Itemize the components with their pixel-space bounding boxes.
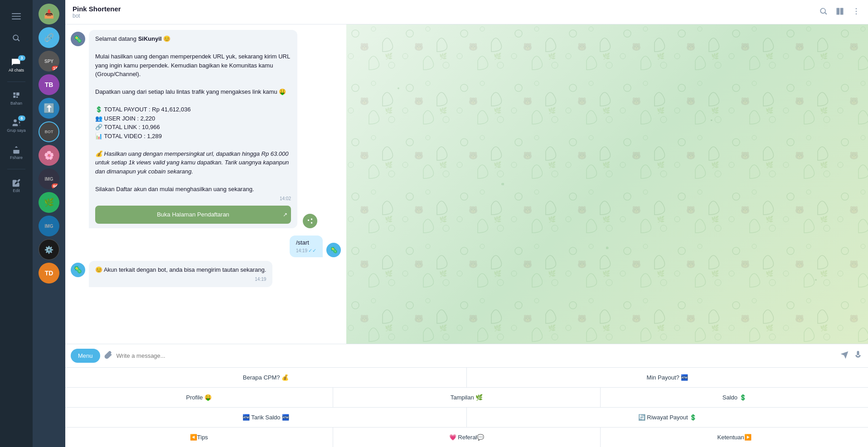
input-area: Menu Berapa CPM? 💰 Min Payout? 🏧 bbox=[65, 344, 868, 447]
chat-avatar-2[interactable]: 🔗 bbox=[39, 27, 59, 48]
header-more-button[interactable] bbox=[852, 7, 861, 18]
chat-wallpaper: 🐻 🌿 bbox=[346, 24, 868, 344]
user-avatar: 🦠 bbox=[326, 243, 341, 257]
quick-reply-cpm[interactable]: Berapa CPM? 💰 bbox=[65, 368, 467, 387]
msg1-body1: Mulai hasilkan uang dengan memperpendek … bbox=[95, 52, 291, 79]
message-1: 🦠 Selamat datang SiKunyil 😊 Mulai hasilk… bbox=[65, 24, 323, 230]
chat-avatar-3[interactable]: SPY 18 bbox=[39, 51, 59, 72]
chat-avatar-6[interactable]: BOT bbox=[39, 121, 59, 142]
message-2: /start 14:19 ✓✓ 🦠 bbox=[65, 234, 346, 259]
svg-rect-15 bbox=[346, 24, 868, 344]
msg3-content: 😊 Akun terkait dengan bot, anda bisa men… bbox=[95, 265, 266, 274]
sidebar-item-all-chats[interactable]: 3 All chats bbox=[5, 54, 27, 76]
chat-subtitle: bot bbox=[73, 13, 819, 19]
double-check-icon: ✓✓ bbox=[308, 248, 316, 254]
sidebar-item-all-chats-label: All chats bbox=[9, 68, 24, 72]
sidebar-item-edit-label: Edit bbox=[13, 188, 20, 193]
quick-reply-tarik-saldo[interactable]: 🏧 Tarik Saldo 🏧 bbox=[65, 408, 467, 427]
quick-reply-profile[interactable]: Profile 🤑 bbox=[65, 388, 333, 407]
sidebar-item-bahan-label: Bahan bbox=[10, 101, 22, 106]
message-3: 🦠 😊 Akun terkait dengan bot, anda bisa m… bbox=[65, 259, 278, 289]
chat-avatar-9[interactable]: 🌿 bbox=[39, 192, 59, 213]
sidebar-item-grup-saya[interactable]: 6 Grup saya bbox=[5, 115, 27, 136]
messages-area: 🦠 Selamat datang SiKunyil 😊 Mulai hasilk… bbox=[65, 24, 868, 344]
chat-avatar-10[interactable]: IMG bbox=[39, 216, 59, 236]
message-bubble-1: Selamat datang SiKunyil 😊 Mulai hasilkan… bbox=[89, 30, 297, 228]
sidebar-item-search[interactable] bbox=[5, 27, 27, 49]
chat-avatar-4[interactable]: TB bbox=[39, 74, 59, 95]
chat-avatar-7[interactable]: 🌸 bbox=[39, 145, 59, 166]
wallpaper-svg: 🐻 🌿 bbox=[346, 24, 868, 344]
msg1-greeting: Selamat datang SiKunyil 😊 bbox=[95, 34, 291, 43]
chat-avatar-11[interactable]: ⚙️ bbox=[39, 239, 59, 260]
svg-rect-4 bbox=[837, 8, 840, 14]
svg-point-7 bbox=[856, 10, 857, 12]
svg-point-3 bbox=[14, 120, 17, 123]
share-button[interactable] bbox=[303, 214, 317, 228]
header-search-button[interactable] bbox=[819, 7, 828, 18]
sidebar: 3 All chats Bahan 6 Grup saya Fshare Edi… bbox=[0, 0, 33, 447]
all-chats-badge: 3 bbox=[18, 55, 25, 61]
input-row: Menu bbox=[65, 344, 868, 367]
chat-header-info: Pink Shortener bot bbox=[73, 5, 819, 19]
messages-container: 🦠 Selamat datang SiKunyil 😊 Mulai hasilk… bbox=[65, 24, 346, 344]
grup-saya-badge: 6 bbox=[18, 115, 25, 121]
svg-rect-1 bbox=[12, 16, 21, 17]
chat-badge-8: 66 bbox=[51, 183, 59, 189]
buka-halaman-button[interactable]: Buka Halaman Pendaftaran ↗ bbox=[95, 206, 291, 224]
sidebar-item-fshare-label: Fshare bbox=[10, 155, 23, 160]
header-columns-button[interactable] bbox=[835, 7, 844, 18]
quick-reply-saldo[interactable]: Saldo 💲 bbox=[601, 388, 868, 407]
quick-reply-min-payout[interactable]: Min Payout? 🏧 bbox=[467, 368, 868, 387]
voice-button[interactable] bbox=[853, 351, 863, 361]
msg3-time: 14:19 bbox=[95, 276, 266, 283]
send-button[interactable] bbox=[840, 351, 849, 361]
attach-button[interactable] bbox=[104, 351, 113, 361]
chat-initials-4: TB bbox=[45, 81, 53, 88]
menu-button[interactable]: Menu bbox=[71, 349, 100, 363]
quick-reply-row-1: Berapa CPM? 💰 Min Payout? 🏧 bbox=[65, 367, 868, 387]
button-arrow-icon: ↗ bbox=[283, 211, 287, 219]
quick-reply-row-4: ◀️Tips 💗 Referal💬 Ketentuan▶️ bbox=[65, 427, 868, 447]
message-2-wrapper bbox=[87, 230, 98, 234]
bot-avatar-3: 🦠 bbox=[71, 263, 85, 277]
msg1-stats: 💲 TOTAL PAYOUT : Rp 41,612,036 👥 USER JO… bbox=[95, 105, 291, 140]
sidebar-divider bbox=[7, 82, 25, 82]
quick-reply-referal[interactable]: 💗 Referal💬 bbox=[333, 428, 601, 447]
sidebar-item-bahan[interactable]: Bahan bbox=[5, 87, 27, 109]
svg-rect-2 bbox=[12, 19, 21, 19]
sidebar-item-grup-saya-label: Grup saya bbox=[7, 128, 26, 133]
chat-badge-3: 18 bbox=[51, 65, 59, 72]
quick-replies: Berapa CPM? 💰 Min Payout? 🏧 Profile 🤑 Ta… bbox=[65, 367, 868, 447]
sidebar-item-menu[interactable] bbox=[5, 5, 27, 27]
chat-avatar-5[interactable]: ⬆️ bbox=[39, 98, 59, 119]
bot-avatar-1: 🦠 bbox=[71, 32, 85, 46]
quick-reply-tips[interactable]: ◀️Tips bbox=[65, 428, 333, 447]
chat-avatar-1[interactable]: 📥 bbox=[39, 4, 59, 24]
msg1-cta: Silakan Daftar akun dan mulai menghasilk… bbox=[95, 185, 291, 194]
quick-reply-ketentuan[interactable]: Ketentuan▶️ bbox=[601, 428, 868, 447]
chat-list-panel: 📥 🔗 SPY 18 TB ⬆️ BOT 🌸 IMG 66 🌿 IMG ⚙️ T… bbox=[33, 0, 65, 447]
chat-avatar-12[interactable]: TD bbox=[39, 263, 59, 284]
msg1-time: 14:02 bbox=[95, 195, 291, 202]
msg2-content: /start bbox=[296, 239, 316, 246]
quick-reply-row-3: 🏧 Tarik Saldo 🏧 🔄 Riwayat Payout 💲 bbox=[65, 407, 868, 427]
main-area: Pink Shortener bot 🦠 bbox=[65, 0, 868, 447]
svg-rect-5 bbox=[840, 8, 844, 14]
svg-point-8 bbox=[856, 13, 857, 14]
sidebar-item-edit[interactable]: Edit bbox=[5, 175, 27, 197]
quick-reply-riwayat-payout[interactable]: 🔄 Riwayat Payout 💲 bbox=[467, 408, 868, 427]
chat-header-actions bbox=[819, 7, 861, 18]
sidebar-item-fshare[interactable]: Fshare bbox=[5, 142, 27, 163]
sidebar-divider-2 bbox=[7, 169, 25, 169]
chat-header: Pink Shortener bot bbox=[65, 0, 868, 24]
chat-avatar-8[interactable]: IMG 66 bbox=[39, 168, 59, 189]
svg-rect-0 bbox=[12, 13, 21, 14]
svg-point-6 bbox=[856, 8, 857, 9]
msg2-time-check: 14:19 ✓✓ bbox=[296, 248, 316, 254]
chat-title: Pink Shortener bbox=[73, 5, 819, 13]
quick-reply-tampilan[interactable]: Tampilan 🌿 bbox=[333, 388, 601, 407]
message-bubble-3: 😊 Akun terkait dengan bot, anda bisa men… bbox=[89, 261, 272, 288]
input-actions bbox=[840, 351, 863, 361]
message-input[interactable] bbox=[116, 352, 836, 359]
